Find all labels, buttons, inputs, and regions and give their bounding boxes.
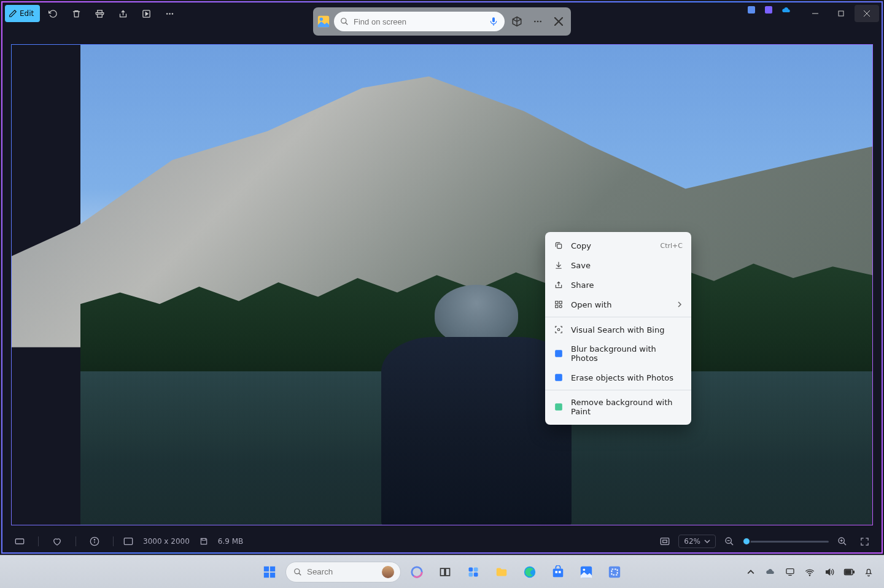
svg-point-28 [341,18,346,23]
tray-cast[interactable] [783,565,797,579]
info-button[interactable] [86,533,103,550]
widgets-button[interactable] [461,560,486,584]
svg-rect-65 [786,568,794,573]
fullscreen-button[interactable] [856,533,873,550]
cube-icon [511,16,522,27]
image-dimensions: 3000 x 2000 [143,537,190,546]
svg-rect-36 [556,301,558,304]
photos-icon [554,349,564,358]
menu-save[interactable]: Save [545,255,691,275]
menu-erase-objects-label: Erase objects with Photos [571,373,683,382]
start-button[interactable] [257,560,282,584]
more-icon [533,17,543,26]
menu-erase-objects[interactable]: Erase objects with Photos [545,368,691,387]
tray-volume[interactable] [823,565,836,579]
svg-rect-44 [264,566,269,571]
search-input[interactable] [354,17,484,26]
share-button-toolbar[interactable] [112,5,133,22]
menu-blur-bg[interactable]: Blur background with Photos [545,339,691,368]
svg-point-32 [540,21,541,23]
search-icon [340,17,349,26]
slideshow-button[interactable] [136,5,157,22]
tray-onedrive[interactable] [764,565,777,579]
more-button[interactable] [159,5,180,22]
favorite-button[interactable] [48,533,66,550]
task-view-button[interactable] [433,560,457,584]
menu-remove-bg[interactable]: Remove background with Paint [545,393,691,421]
zoom-dropdown[interactable]: 62% [678,535,716,548]
print-button[interactable] [89,5,110,22]
image-frame[interactable] [11,44,873,525]
edit-button[interactable]: Edit [5,5,40,22]
menu-share[interactable]: Share [545,275,691,295]
minimize-button[interactable] [803,5,828,22]
zoom-out-icon [724,536,734,546]
filmstrip-toggle[interactable] [11,533,28,550]
svg-point-48 [295,568,300,573]
tray-battery[interactable] [842,565,856,579]
rotate-button[interactable] [42,5,63,22]
minimize-icon [812,10,818,17]
share-icon [118,9,128,18]
svg-line-49 [299,573,301,575]
svg-rect-41 [555,350,562,357]
svg-rect-45 [270,566,275,571]
menu-open-with[interactable]: Open with [545,295,691,314]
svg-rect-18 [663,540,667,543]
svg-point-30 [534,21,536,23]
menu-copy-label: Copy [571,241,653,250]
zoom-out-button[interactable] [721,533,738,550]
onedrive-icon[interactable] [781,5,792,22]
close-button[interactable] [855,5,879,22]
tray-chevron[interactable] [744,565,758,579]
designer-icon[interactable] [746,5,756,22]
taskbar-search[interactable] [285,562,401,582]
snipping-tool-taskbar[interactable] [602,560,627,584]
search-pill[interactable] [334,12,505,31]
svg-point-27 [320,18,324,21]
svg-rect-61 [559,571,561,573]
maximize-button[interactable] [829,5,853,22]
statusbar: 3000 x 2000 6.9 MB 62% [2,530,882,552]
paint-icon [554,402,564,412]
zoom-slider[interactable] [743,541,829,543]
tray-wifi[interactable] [803,565,816,579]
find-on-screen-bar [313,7,571,36]
svg-rect-16 [124,538,132,545]
mic-icon[interactable] [489,17,498,26]
svg-point-15 [94,540,95,540]
copy-icon [554,241,564,250]
zoom-slider-thumb[interactable] [742,537,751,546]
open-with-icon [554,300,564,309]
copilot-taskbar[interactable] [405,560,429,584]
edge-button[interactable] [518,560,542,584]
more-icon [165,9,174,18]
svg-line-29 [346,23,348,25]
delete-button[interactable] [66,5,87,22]
svg-point-63 [583,568,586,571]
svg-rect-46 [264,572,269,577]
svg-rect-37 [559,301,562,304]
menu-separator [545,317,691,317]
explorer-button[interactable] [489,560,514,584]
search-more-button[interactable] [529,13,546,30]
store-button[interactable] [546,560,570,584]
clipchamp-icon[interactable] [764,5,774,22]
svg-rect-68 [853,571,855,573]
photos-taskbar[interactable] [574,560,599,584]
zoom-in-button[interactable] [834,533,851,550]
search-close-button[interactable] [550,13,567,30]
svg-line-23 [843,543,846,545]
svg-point-66 [809,574,810,575]
fullscreen-icon [860,537,869,546]
menu-copy[interactable]: Copy Ctrl+C [545,236,691,255]
menu-visual-search[interactable]: Visual Search with Bing [545,320,691,339]
copilot-button[interactable] [508,13,525,30]
svg-rect-69 [845,570,851,574]
fit-window-button[interactable] [656,533,673,550]
tray-notifications[interactable] [862,565,875,579]
taskbar-search-input[interactable] [307,567,377,576]
svg-line-20 [731,543,733,545]
maximize-icon [838,10,844,17]
svg-rect-57 [474,572,478,576]
